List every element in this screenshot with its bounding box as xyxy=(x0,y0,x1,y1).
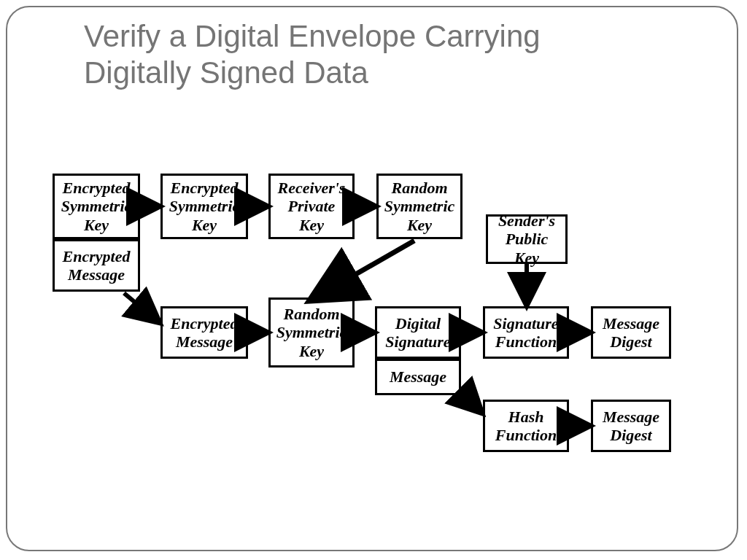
flow-diagram: Encrypted Symmetric Key Encrypted Symmet… xyxy=(0,0,747,560)
box-encrypted-symmetric-key-1: Encrypted Symmetric Key xyxy=(53,174,140,239)
box-receivers-private-key: Receiver's Private Key xyxy=(268,174,355,239)
box-signature-function: Signature Function xyxy=(483,306,569,359)
svg-line-10 xyxy=(462,394,481,413)
box-message-digest-1: Message Digest xyxy=(591,306,671,359)
box-senders-public-key: Sender's Public Key xyxy=(486,214,568,264)
svg-line-3 xyxy=(315,241,414,298)
box-message-digest-2: Message Digest xyxy=(591,400,671,452)
box-encrypted-message-2: Encrypted Message xyxy=(160,306,248,359)
box-hash-function: Hash Function xyxy=(483,400,569,452)
svg-line-5 xyxy=(124,293,159,322)
box-message: Message xyxy=(375,359,461,395)
box-digital-signature: Digital Signature xyxy=(375,306,461,359)
box-encrypted-symmetric-key-2: Encrypted Symmetric Key xyxy=(160,174,248,239)
box-encrypted-message-1: Encrypted Message xyxy=(53,239,140,292)
box-random-symmetric-key-1: Random Symmetric Key xyxy=(376,174,462,239)
box-random-symmetric-key-2: Random Symmetric Key xyxy=(268,298,355,368)
